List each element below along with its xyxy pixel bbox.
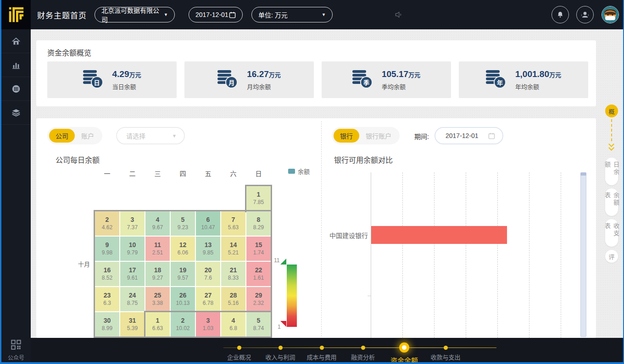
calendar-cell[interactable]: 58.74 xyxy=(246,312,271,337)
sidebar-item-layers[interactable] xyxy=(1,101,31,125)
step-label-3[interactable]: 成本与费用 xyxy=(306,353,336,361)
calendar-cell[interactable]: 236.3 xyxy=(95,287,120,312)
toggle-bank[interactable]: 银行 xyxy=(334,129,359,143)
cell-value: 8.29 xyxy=(253,224,264,231)
legend-swatch xyxy=(288,169,295,174)
cell-value: 9.79 xyxy=(127,249,138,256)
cell-value: 6.3 xyxy=(103,300,111,307)
calendar-cell[interactable]: 308.99 xyxy=(95,312,120,337)
user-button[interactable] xyxy=(576,6,594,23)
sidebar-item-analysis[interactable] xyxy=(1,53,31,77)
calendar-cell[interactable]: 88.29 xyxy=(246,211,271,236)
calendar-legend[interactable]: 余额 xyxy=(288,167,310,176)
calendar-cell[interactable]: 610.47 xyxy=(195,211,221,236)
step-label-6[interactable]: 收款与支出 xyxy=(430,353,460,361)
calendar-cell[interactable]: 112.51 xyxy=(145,236,170,261)
cell-day: 10 xyxy=(129,241,136,249)
bar-rect[interactable] xyxy=(371,226,507,244)
step-label-1[interactable]: 企业概况 xyxy=(227,353,251,361)
step-dot-5[interactable] xyxy=(399,342,409,353)
calendar-cell[interactable]: 37.37 xyxy=(120,211,145,236)
calendar-cell[interactable]: 59.23 xyxy=(170,211,195,236)
step-label-5[interactable]: 资金余额 xyxy=(390,355,418,364)
datazoom-handle[interactable] xyxy=(580,172,586,176)
weekday-label: 三 xyxy=(145,169,170,178)
calendar-cell[interactable]: 179.61 xyxy=(120,261,145,287)
calendar-cell[interactable]: 168.52 xyxy=(95,261,120,287)
calendar-cell[interactable]: 199.57 xyxy=(170,261,195,287)
balance-card[interactable]: 年1,001.80万元年均余额 xyxy=(459,61,588,98)
header-date-picker[interactable]: 2017-12-01 xyxy=(189,7,243,22)
calendar-cell[interactable]: 109.79 xyxy=(120,236,145,261)
step-label-2[interactable]: 收入与利润 xyxy=(265,353,295,361)
anchor-item-3[interactable]: 收支表 xyxy=(605,219,618,247)
card-unit: 万元 xyxy=(549,72,561,78)
step-dot-4[interactable] xyxy=(361,346,365,350)
calendar-cell[interactable]: 276.78 xyxy=(195,287,221,312)
sidebar-qr-block[interactable]: 公众号 xyxy=(1,339,31,361)
toggle-company[interactable]: 公司 xyxy=(49,129,75,143)
cell-day: 14 xyxy=(230,241,237,249)
card-label: 月均余额 xyxy=(247,82,281,91)
calendar-cell[interactable]: 16.63 xyxy=(145,312,170,337)
calendar-cell[interactable]: 145.21 xyxy=(221,236,246,261)
calendar-cell[interactable]: 24.62 xyxy=(95,211,120,236)
anchor-overview-badge[interactable]: 概 xyxy=(605,105,618,117)
visualmap-handle-top[interactable] xyxy=(280,259,286,265)
calendar-cell[interactable]: 99.98 xyxy=(95,236,120,261)
toggle-account[interactable]: 账户 xyxy=(75,129,100,143)
app-logo[interactable] xyxy=(1,0,31,29)
calendar-cell-empty xyxy=(145,186,170,211)
calendar-cell[interactable]: 151.74 xyxy=(246,236,271,261)
anchor-item-1[interactable]: 日余额 xyxy=(605,158,618,185)
calendar-cell[interactable]: 75.63 xyxy=(221,211,246,236)
step-dot-3[interactable] xyxy=(320,346,324,350)
gridline xyxy=(434,172,435,338)
calendar-cell[interactable]: 2610.13 xyxy=(170,287,195,312)
calendar-cell[interactable]: 49.67 xyxy=(145,211,170,236)
notifications-button[interactable] xyxy=(552,6,569,23)
calendar-cell[interactable]: 31.03 xyxy=(195,312,221,337)
calendar-cell[interactable]: 189.27 xyxy=(145,261,170,287)
sidebar-item-accounts[interactable] xyxy=(1,77,31,101)
calendar-cell[interactable]: 221.61 xyxy=(246,261,271,287)
company-select[interactable]: 请选择 ▼ xyxy=(116,127,185,144)
calendar-cell[interactable]: 126.06 xyxy=(170,236,195,261)
visualmap-handle-bottom[interactable] xyxy=(280,321,286,327)
calendar-cell[interactable]: 207.6 xyxy=(195,261,221,287)
balance-card[interactable]: 日4.29万元当日余额 xyxy=(47,61,177,98)
step-dot-6[interactable] xyxy=(444,346,448,350)
calendar-cell[interactable]: 210.02 xyxy=(170,312,195,337)
step-label-4[interactable]: 融资分析 xyxy=(351,353,375,361)
visualmap-gradient-bar[interactable] xyxy=(287,265,297,327)
calendar-cell[interactable]: 285.16 xyxy=(221,287,246,312)
anchor-item-4[interactable]: 评 xyxy=(605,250,618,263)
calendar-cell[interactable]: 17.85 xyxy=(246,186,271,211)
toggle-bank-account[interactable]: 银行账户 xyxy=(359,129,398,143)
anchor-item-2[interactable]: 余额表 xyxy=(605,188,618,216)
sidebar-item-home[interactable] xyxy=(1,29,31,53)
calendar-cell[interactable]: 139.85 xyxy=(195,236,221,261)
card-text: 105.17万元季均余额 xyxy=(382,69,420,91)
period-date-picker[interactable]: 2017-12-01 xyxy=(435,127,503,144)
calendar-cell[interactable]: 46.8 xyxy=(221,312,246,337)
calendar-cell[interactable]: 292.32 xyxy=(246,287,271,312)
speaker-icon[interactable] xyxy=(394,10,403,19)
datazoom-scrollbar[interactable] xyxy=(580,173,586,337)
avatar[interactable] xyxy=(602,6,619,23)
calendar-cell[interactable]: 253.38 xyxy=(145,287,170,312)
step-dot-2[interactable] xyxy=(279,346,283,350)
calendar-cell[interactable]: 248.75 xyxy=(120,287,145,312)
calendar-cell[interactable]: 218.33 xyxy=(221,261,246,287)
cell-day: 27 xyxy=(205,292,212,300)
cell-value: 6.06 xyxy=(178,249,188,256)
step-dot-1[interactable] xyxy=(237,346,241,350)
calendar-cell[interactable]: 315.39 xyxy=(120,312,145,337)
balance-card[interactable]: 月16.27万元月均余额 xyxy=(184,61,314,98)
unit-selector[interactable]: 单位: 万元 ▼ xyxy=(251,7,333,22)
cell-day: 17 xyxy=(129,266,136,275)
cell-value: 7.6 xyxy=(204,275,212,281)
company-selector[interactable]: 北京派可数据有限公司 ▼ xyxy=(95,7,175,22)
balance-card[interactable]: 季105.17万元季均余额 xyxy=(322,61,451,98)
cell-day: 29 xyxy=(255,292,262,300)
